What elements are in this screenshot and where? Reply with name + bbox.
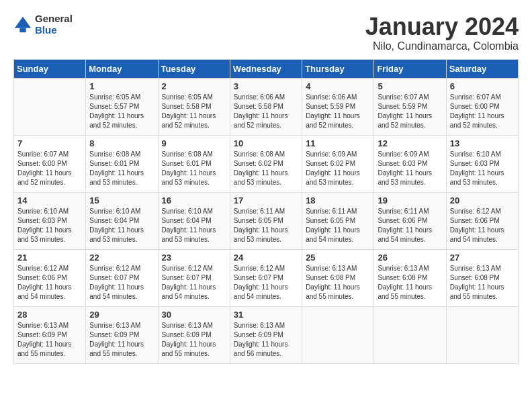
calendar-cell: 8Sunrise: 6:08 AM Sunset: 6:01 PM Daylig…	[86, 135, 158, 192]
day-info: Sunrise: 6:13 AM Sunset: 6:08 PM Dayligh…	[306, 264, 370, 302]
calendar-cell: 28Sunrise: 6:13 AM Sunset: 6:09 PM Dayli…	[14, 306, 86, 363]
day-number: 9	[162, 138, 226, 148]
day-number: 11	[306, 138, 370, 148]
day-number: 19	[378, 195, 442, 205]
day-info: Sunrise: 6:11 AM Sunset: 6:06 PM Dayligh…	[378, 207, 442, 244]
calendar-week-row: 21Sunrise: 6:12 AM Sunset: 6:06 PM Dayli…	[14, 249, 519, 306]
day-number: 4	[306, 81, 370, 91]
day-info: Sunrise: 6:07 AM Sunset: 6:00 PM Dayligh…	[17, 150, 82, 187]
calendar-cell: 27Sunrise: 6:13 AM Sunset: 6:08 PM Dayli…	[446, 249, 518, 306]
day-number: 27	[450, 253, 515, 263]
day-info: Sunrise: 6:09 AM Sunset: 6:02 PM Dayligh…	[306, 150, 370, 187]
logo-text: General Blue	[35, 13, 73, 36]
location: Nilo, Cundinamarca, Colombia	[365, 40, 519, 52]
day-number: 16	[162, 195, 226, 205]
day-header-sunday: Sunday	[14, 59, 86, 78]
day-info: Sunrise: 6:13 AM Sunset: 6:09 PM Dayligh…	[17, 321, 82, 359]
day-number: 20	[450, 195, 515, 205]
calendar-cell: 9Sunrise: 6:08 AM Sunset: 6:01 PM Daylig…	[158, 135, 230, 192]
calendar-cell: 30Sunrise: 6:13 AM Sunset: 6:09 PM Dayli…	[158, 306, 230, 363]
logo-general: General	[35, 13, 73, 25]
calendar-cell: 25Sunrise: 6:13 AM Sunset: 6:08 PM Dayli…	[302, 249, 374, 306]
day-number: 1	[89, 81, 154, 91]
svg-rect-1	[19, 28, 26, 32]
calendar-table: SundayMondayTuesdayWednesdayThursdayFrid…	[13, 59, 519, 364]
day-number: 30	[162, 310, 226, 320]
calendar-cell	[374, 306, 446, 363]
calendar-cell: 22Sunrise: 6:12 AM Sunset: 6:07 PM Dayli…	[86, 249, 158, 306]
page-header: General Blue January 2024 Nilo, Cundinam…	[13, 13, 519, 52]
calendar-cell: 31Sunrise: 6:13 AM Sunset: 6:09 PM Dayli…	[230, 306, 302, 363]
day-number: 18	[306, 195, 370, 205]
day-info: Sunrise: 6:12 AM Sunset: 6:06 PM Dayligh…	[450, 207, 515, 244]
calendar-cell: 3Sunrise: 6:06 AM Sunset: 5:58 PM Daylig…	[230, 78, 302, 135]
day-number: 21	[17, 253, 82, 263]
day-number: 12	[378, 138, 442, 148]
day-number: 13	[450, 138, 515, 148]
day-number: 26	[378, 253, 442, 263]
logo-icon	[13, 15, 32, 34]
day-info: Sunrise: 6:12 AM Sunset: 6:07 PM Dayligh…	[89, 264, 154, 302]
day-header-tuesday: Tuesday	[158, 59, 230, 78]
day-info: Sunrise: 6:09 AM Sunset: 6:03 PM Dayligh…	[378, 150, 442, 187]
calendar-cell: 24Sunrise: 6:12 AM Sunset: 6:07 PM Dayli…	[230, 249, 302, 306]
day-header-monday: Monday	[86, 59, 158, 78]
day-number: 25	[306, 253, 370, 263]
calendar-cell: 10Sunrise: 6:08 AM Sunset: 6:02 PM Dayli…	[230, 135, 302, 192]
calendar-cell: 26Sunrise: 6:13 AM Sunset: 6:08 PM Dayli…	[374, 249, 446, 306]
day-number: 5	[378, 81, 442, 91]
day-info: Sunrise: 6:13 AM Sunset: 6:08 PM Dayligh…	[450, 264, 515, 302]
day-number: 22	[89, 253, 154, 263]
day-number: 29	[89, 310, 154, 320]
day-header-thursday: Thursday	[302, 59, 374, 78]
day-info: Sunrise: 6:12 AM Sunset: 6:06 PM Dayligh…	[17, 264, 82, 302]
calendar-body: 1Sunrise: 6:05 AM Sunset: 5:57 PM Daylig…	[14, 78, 519, 363]
calendar-cell: 6Sunrise: 6:07 AM Sunset: 6:00 PM Daylig…	[446, 78, 518, 135]
day-info: Sunrise: 6:13 AM Sunset: 6:09 PM Dayligh…	[162, 321, 226, 359]
calendar-cell: 11Sunrise: 6:09 AM Sunset: 6:02 PM Dayli…	[302, 135, 374, 192]
day-info: Sunrise: 6:05 AM Sunset: 5:58 PM Dayligh…	[162, 93, 226, 130]
calendar-week-row: 1Sunrise: 6:05 AM Sunset: 5:57 PM Daylig…	[14, 78, 519, 135]
calendar-cell	[14, 78, 86, 135]
day-info: Sunrise: 6:08 AM Sunset: 6:01 PM Dayligh…	[162, 150, 226, 187]
calendar-week-row: 7Sunrise: 6:07 AM Sunset: 6:00 PM Daylig…	[14, 135, 519, 192]
day-info: Sunrise: 6:05 AM Sunset: 5:57 PM Dayligh…	[89, 93, 154, 130]
calendar-cell: 7Sunrise: 6:07 AM Sunset: 6:00 PM Daylig…	[14, 135, 86, 192]
calendar-cell: 23Sunrise: 6:12 AM Sunset: 6:07 PM Dayli…	[158, 249, 230, 306]
calendar-cell	[446, 306, 518, 363]
day-number: 2	[162, 81, 226, 91]
day-info: Sunrise: 6:11 AM Sunset: 6:05 PM Dayligh…	[306, 207, 370, 244]
day-info: Sunrise: 6:13 AM Sunset: 6:08 PM Dayligh…	[378, 264, 442, 302]
day-info: Sunrise: 6:07 AM Sunset: 6:00 PM Dayligh…	[450, 93, 515, 130]
logo-blue: Blue	[35, 25, 73, 36]
day-number: 10	[234, 138, 298, 148]
day-header-saturday: Saturday	[446, 59, 518, 78]
day-info: Sunrise: 6:06 AM Sunset: 5:59 PM Dayligh…	[306, 93, 370, 130]
day-info: Sunrise: 6:08 AM Sunset: 6:02 PM Dayligh…	[234, 150, 298, 187]
svg-marker-0	[15, 16, 31, 28]
day-info: Sunrise: 6:12 AM Sunset: 6:07 PM Dayligh…	[162, 264, 226, 302]
title-area: January 2024 Nilo, Cundinamarca, Colombi…	[365, 13, 519, 52]
day-number: 14	[17, 195, 82, 205]
calendar-cell: 15Sunrise: 6:10 AM Sunset: 6:04 PM Dayli…	[86, 192, 158, 249]
calendar-week-row: 14Sunrise: 6:10 AM Sunset: 6:03 PM Dayli…	[14, 192, 519, 249]
day-header-friday: Friday	[374, 59, 446, 78]
day-number: 28	[17, 310, 82, 320]
calendar-cell: 21Sunrise: 6:12 AM Sunset: 6:06 PM Dayli…	[14, 249, 86, 306]
calendar-cell: 5Sunrise: 6:07 AM Sunset: 5:59 PM Daylig…	[374, 78, 446, 135]
day-info: Sunrise: 6:13 AM Sunset: 6:09 PM Dayligh…	[89, 321, 154, 359]
calendar-cell: 17Sunrise: 6:11 AM Sunset: 6:05 PM Dayli…	[230, 192, 302, 249]
day-number: 15	[89, 195, 154, 205]
day-info: Sunrise: 6:10 AM Sunset: 6:04 PM Dayligh…	[162, 207, 226, 244]
day-info: Sunrise: 6:13 AM Sunset: 6:09 PM Dayligh…	[234, 321, 298, 359]
calendar-cell: 16Sunrise: 6:10 AM Sunset: 6:04 PM Dayli…	[158, 192, 230, 249]
calendar-cell: 1Sunrise: 6:05 AM Sunset: 5:57 PM Daylig…	[86, 78, 158, 135]
day-number: 3	[234, 81, 298, 91]
calendar-cell: 2Sunrise: 6:05 AM Sunset: 5:58 PM Daylig…	[158, 78, 230, 135]
month-title: January 2024	[365, 13, 519, 40]
day-number: 8	[89, 138, 154, 148]
day-info: Sunrise: 6:10 AM Sunset: 6:03 PM Dayligh…	[450, 150, 515, 187]
calendar-cell: 18Sunrise: 6:11 AM Sunset: 6:05 PM Dayli…	[302, 192, 374, 249]
day-info: Sunrise: 6:06 AM Sunset: 5:58 PM Dayligh…	[234, 93, 298, 130]
day-number: 17	[234, 195, 298, 205]
